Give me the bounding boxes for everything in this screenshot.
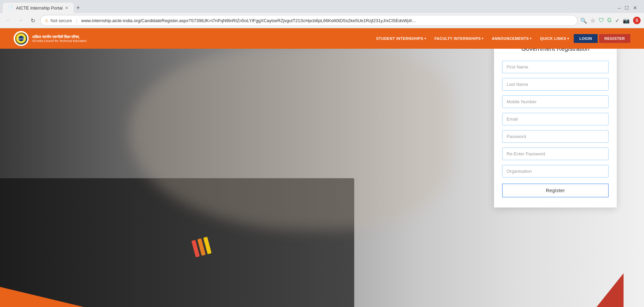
nav-quick-links-label: QUICK LINKS — [540, 36, 566, 41]
mobile-number-input[interactable] — [502, 95, 609, 108]
bookmark-icon[interactable]: ☆ — [590, 17, 595, 24]
new-tab-button[interactable]: + — [74, 3, 83, 13]
logo-emblem: AICTE — [15, 32, 27, 45]
faculty-internships-dropdown-icon: ▾ — [482, 37, 484, 40]
tab-close-button[interactable]: × — [65, 5, 68, 11]
website: AICTE अखिल भारतीय तकनीकी शिक्षा परिषद् A… — [0, 28, 644, 307]
extension-icon-1[interactable]: 🛡 — [599, 17, 604, 24]
aicte-logo: AICTE — [14, 31, 29, 46]
nav-announcements[interactable]: ANNOUNCEMENTS ▾ — [489, 34, 535, 43]
profile-icon[interactable]: S — [633, 17, 641, 24]
extension-icon-4[interactable]: 📷 — [623, 17, 630, 24]
register-button[interactable]: REGISTER — [599, 34, 630, 43]
address-bar-row: ← → ↻ ⚠ Not secure | www.internship.aict… — [0, 13, 644, 28]
browser-icons: 🔍 ☆ 🛡 G ✓ 📷 S — [580, 17, 641, 24]
nav-quick-links[interactable]: QUICK LINKS ▾ — [537, 34, 573, 43]
url-text: www.internship.aicte-india.org/Candidate… — [81, 18, 573, 23]
nav-student-internships[interactable]: STUDENT INTERNSHIPS ▾ — [373, 34, 430, 43]
student-internships-dropdown-icon: ▾ — [424, 37, 426, 40]
orange-bar-decoration — [0, 287, 85, 307]
minimize-button[interactable]: – — [618, 5, 620, 11]
maximize-button[interactable]: ☐ — [625, 5, 629, 11]
window-controls: – ☐ ✕ — [618, 5, 641, 11]
email-input[interactable] — [502, 113, 609, 125]
re-enter-password-input[interactable] — [502, 148, 609, 160]
extension-icon-3[interactable]: ✓ — [615, 17, 619, 24]
tab-title: AICTE Internship Portal — [16, 5, 63, 11]
submit-register-button[interactable]: Register — [502, 184, 609, 197]
nav-student-internships-label: STUDENT INTERNSHIPS — [376, 36, 423, 41]
navbar: AICTE अखिल भारतीय तकनीकी शिक्षा परिषद् A… — [0, 28, 644, 49]
password-input[interactable] — [502, 130, 609, 143]
logo-area: AICTE अखिल भारतीय तकनीकी शिक्षा परिषद् A… — [14, 31, 87, 46]
security-badge: ⚠ — [45, 18, 48, 23]
tab-icon: 📄 — [8, 5, 13, 10]
login-button[interactable]: LOGIN — [574, 34, 597, 43]
nav-announcements-label: ANNOUNCEMENTS — [492, 36, 529, 41]
logo-english: All India Council for Technical Educatio… — [32, 39, 87, 43]
extension-icon-2[interactable]: G — [608, 17, 612, 24]
nav-faculty-internships[interactable]: FACULTY INTERNSHIPS ▾ — [431, 34, 487, 43]
first-name-input[interactable] — [502, 61, 609, 73]
nav-faculty-internships-label: FACULTY INTERNSHIPS — [434, 36, 481, 41]
refresh-button[interactable]: ↻ — [28, 16, 38, 25]
search-icon[interactable]: 🔍 — [580, 17, 587, 24]
browser-chrome: 📄 AICTE Internship Portal × + – ☐ ✕ ← → … — [0, 0, 644, 28]
logo-text: अखिल भारतीय तकनीकी शिक्षा परिषद् All Ind… — [32, 35, 87, 43]
close-window-button[interactable]: ✕ — [633, 5, 637, 11]
last-name-input[interactable] — [502, 78, 609, 91]
registration-card: Government Registration Register — [494, 35, 617, 208]
red-triangle-decoration — [596, 273, 624, 307]
back-button[interactable]: ← — [3, 16, 13, 25]
active-tab[interactable]: 📄 AICTE Internship Portal × — [3, 3, 74, 13]
forward-button[interactable]: → — [16, 16, 25, 25]
security-label: Not secure — [50, 18, 72, 23]
announcements-dropdown-icon: ▾ — [530, 37, 532, 40]
tab-bar: 📄 AICTE Internship Portal × + – ☐ ✕ — [0, 0, 644, 13]
logo-hindi: अखिल भारतीय तकनीकी शिक्षा परिषद् — [32, 35, 87, 39]
quick-links-dropdown-icon: ▾ — [567, 37, 569, 40]
organisation-input[interactable] — [502, 165, 609, 178]
svg-text:AICTE: AICTE — [18, 38, 24, 40]
address-bar[interactable]: ⚠ Not secure | www.internship.aicte-indi… — [40, 15, 578, 26]
nav-links: STUDENT INTERNSHIPS ▾ FACULTY INTERNSHIP… — [373, 34, 630, 43]
